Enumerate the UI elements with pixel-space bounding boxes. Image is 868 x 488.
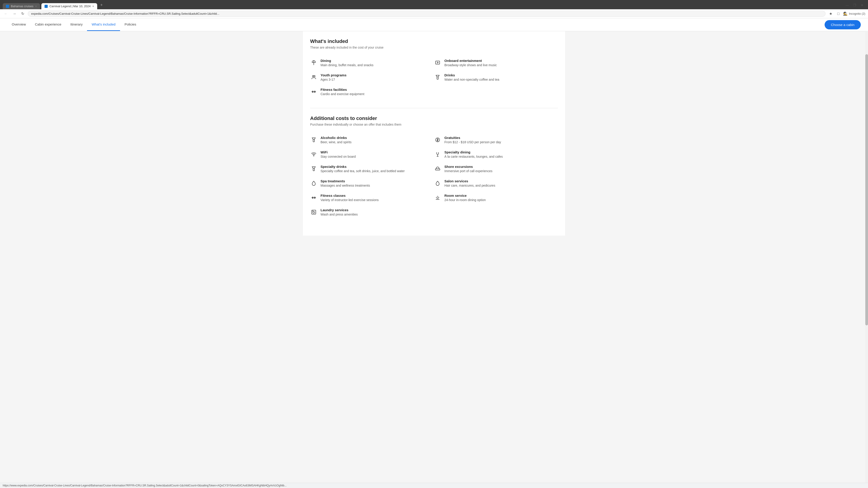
tab-label-1: Bahamas cruises: [11, 4, 33, 8]
window-minimize-button[interactable]: —: [844, 2, 850, 8]
dining-text: Dining Main dining, buffet meals, and sn…: [320, 59, 373, 67]
specialty-dining-desc: À la carte restaurants, lounges, and caf…: [444, 155, 503, 158]
salon-icon: [434, 180, 441, 187]
window-restore-button[interactable]: ❐: [851, 2, 858, 8]
room-service-icon: [434, 194, 441, 201]
svg-point-2: [314, 75, 315, 77]
fitness-classes-desc: Variety of instructor-led exercise sessi…: [320, 198, 379, 202]
alcoholic-desc: Beer, wine, and spirits: [320, 140, 351, 144]
list-item: Fitness facilities Cardio and exercise e…: [310, 85, 434, 99]
back-button[interactable]: ←: [3, 11, 9, 17]
reload-button[interactable]: ↻: [20, 11, 26, 17]
list-item: Shore excursions Immersive port of call …: [434, 162, 558, 176]
alcoholic-name: Alcoholic drinks: [320, 136, 351, 140]
tab-label-2: Carnival Legend | Mar 10, 2024: [50, 4, 91, 8]
svg-rect-13: [312, 210, 316, 214]
list-item: Specialty dining À la carte restaurants,…: [434, 147, 558, 162]
specialty-dining-name: Specialty dining: [444, 150, 503, 154]
list-item: Youth programs Ages 3-17: [310, 70, 434, 85]
choose-cabin-button[interactable]: Choose a cabin: [825, 20, 861, 29]
svg-rect-8: [436, 61, 440, 64]
scrollbar[interactable]: [865, 32, 868, 236]
wifi-desc: Stay connected on board: [320, 155, 356, 158]
entertainment-icon: [434, 59, 441, 66]
forward-button[interactable]: →: [11, 11, 18, 17]
youth-desc: Ages 3-17: [320, 78, 346, 81]
nav-policies[interactable]: Policies: [120, 18, 141, 31]
fitness-desc: Cardio and exercise equipment: [320, 92, 364, 96]
tab-close-1[interactable]: ×: [35, 5, 37, 8]
entertainment-name: Onboard entertainment: [444, 59, 497, 63]
included-right-col: Onboard entertainment Broadway-style sho…: [434, 56, 558, 99]
gratuities-icon: [434, 136, 441, 143]
alcoholic-icon: [310, 136, 317, 143]
nav-overview[interactable]: Overview: [7, 18, 31, 31]
fitness-text: Fitness facilities Cardio and exercise e…: [320, 88, 364, 96]
window-close-button[interactable]: ✕: [859, 2, 865, 8]
nav-whats-included[interactable]: What's included: [87, 18, 120, 31]
fitness-classes-icon: [310, 194, 317, 201]
list-item: Laundry services Wash and press amenitie…: [310, 205, 434, 219]
fitness-icon: [310, 88, 317, 95]
dining-desc: Main dining, buffet meals, and snacks: [320, 63, 373, 67]
nav-cabin-experience[interactable]: Cabin experience: [31, 18, 66, 31]
tab-favicon-1: [6, 5, 9, 8]
profile-button[interactable]: □: [836, 11, 841, 17]
additional-costs-title: Additional costs to consider: [310, 116, 558, 121]
svg-point-20: [437, 197, 438, 199]
youth-text: Youth programs Ages 3-17: [320, 73, 346, 81]
additional-costs-subtitle: Purchase these individually or choose an…: [310, 123, 558, 126]
laundry-icon: [310, 208, 317, 216]
scrollbar-thumb[interactable]: [865, 54, 868, 236]
youth-icon: [310, 74, 317, 81]
fitness-name: Fitness facilities: [320, 88, 364, 92]
bookmark-button[interactable]: ★: [828, 11, 834, 17]
svg-point-9: [313, 156, 314, 156]
list-item: Specialty drinks Specialty coffee and te…: [310, 162, 434, 176]
tab-carnival[interactable]: Carnival Legend | Mar 10, 2024 ×: [41, 3, 97, 9]
salon-desc: Hair care, manicures, and pedicures: [444, 184, 495, 187]
nav-itinerary[interactable]: Itinerary: [66, 18, 87, 31]
drinks-icon: [434, 74, 441, 81]
new-tab-button[interactable]: +: [98, 2, 105, 8]
spa-name: Spa treatments: [320, 179, 370, 183]
room-service-desc: 24-hour in-room dining option: [444, 198, 486, 202]
drinks-text: Drinks Water and non-specialty coffee an…: [444, 73, 499, 81]
tab-close-2[interactable]: ×: [92, 5, 94, 8]
main-nav: Overview Cabin experience Itinerary What…: [0, 18, 868, 31]
shore-name: Shore excursions: [444, 165, 492, 168]
additional-costs-section: Additional costs to consider Purchase th…: [310, 108, 558, 219]
incognito-badge: 🕵 Incognito (2): [843, 11, 865, 16]
specialty-drinks-name: Specialty drinks: [320, 165, 405, 168]
shore-icon: [434, 165, 441, 172]
list-item: WiFi Stay connected on board: [310, 147, 434, 162]
list-item: Spa treatments Massages and wellness tre…: [310, 176, 434, 191]
gratuities-name: Gratuities: [444, 136, 501, 140]
drinks-name: Drinks: [444, 73, 499, 77]
tab-favicon-2: [44, 5, 48, 8]
whats-included-title: What's included: [310, 38, 558, 44]
specialty-drinks-desc: Specialty coffee and tea, soft drinks, j…: [320, 169, 405, 173]
svg-point-15: [313, 211, 313, 211]
included-items-grid: Dining Main dining, buffet meals, and sn…: [310, 56, 558, 99]
wifi-icon: [310, 151, 317, 158]
list-item: Dining Main dining, buffet meals, and sn…: [310, 56, 434, 70]
tab-bahamas[interactable]: Bahamas cruises ×: [3, 3, 40, 9]
list-item: Room service 24-hour in-room dining opti…: [434, 191, 558, 205]
list-item: Salon services Hair care, manicures, and…: [434, 176, 558, 191]
list-item: Alcoholic drinks Beer, wine, and spirits: [310, 133, 434, 147]
entertainment-desc: Broadway-style shows and live music: [444, 63, 497, 67]
browser-chrome: Bahamas cruises × Carnival Legend | Mar …: [0, 0, 868, 9]
youth-name: Youth programs: [320, 73, 346, 77]
list-item: Gratuities From $12 - $18 USD per person…: [434, 133, 558, 147]
list-item: Drinks Water and non-specialty coffee an…: [434, 70, 558, 85]
address-input[interactable]: [28, 11, 826, 17]
list-item: Onboard entertainment Broadway-style sho…: [434, 56, 558, 70]
whats-included-subtitle: These are already included in the cost o…: [310, 46, 558, 49]
additional-left-col: Alcoholic drinks Beer, wine, and spirits: [310, 133, 434, 219]
svg-point-14: [313, 212, 315, 213]
room-service-name: Room service: [444, 194, 486, 197]
dining-name: Dining: [320, 59, 373, 63]
laundry-desc: Wash and press amenities: [320, 213, 358, 216]
drinks-desc: Water and non-specialty coffee and tea: [444, 78, 499, 81]
